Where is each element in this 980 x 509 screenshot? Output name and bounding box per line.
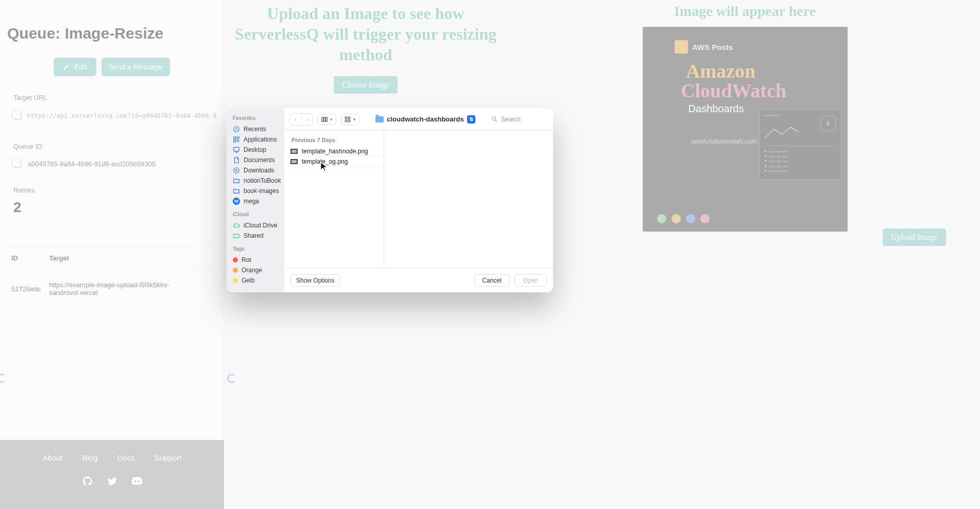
desktop-icon: [233, 146, 240, 153]
sidebar-item-recents[interactable]: Recents: [231, 124, 280, 134]
search-field[interactable]: Search: [491, 116, 548, 123]
grid-icon: [344, 116, 351, 123]
columns-icon: [321, 116, 328, 123]
search-icon: [491, 116, 498, 122]
tag-dot-icon: [233, 257, 238, 262]
download-icon: [233, 167, 240, 174]
svg-rect-9: [345, 117, 347, 119]
svg-rect-11: [345, 120, 347, 122]
image-file-icon: [290, 159, 298, 164]
tag-dot-icon: [233, 278, 238, 283]
mega-icon: M: [233, 198, 240, 205]
folder-icon: [375, 116, 384, 122]
svg-rect-3: [234, 140, 236, 142]
sidebar-item-shared[interactable]: Shared: [231, 231, 280, 241]
file-preview-column: [384, 131, 553, 268]
view-columns-button[interactable]: ▾: [317, 114, 336, 125]
document-icon: [233, 156, 240, 164]
folder-icon: [233, 177, 240, 184]
chevron-down-icon: ▾: [330, 117, 333, 122]
sidebar-item-book-images[interactable]: book-images: [231, 186, 280, 196]
file-row[interactable]: template_og.png: [284, 156, 384, 167]
sidebar-tag-orange[interactable]: Orange: [231, 265, 280, 275]
show-options-button[interactable]: Show Options: [290, 274, 340, 287]
sidebar-item-icloud-drive[interactable]: iCloud Drive: [231, 220, 280, 231]
svg-point-13: [492, 117, 496, 120]
open-button[interactable]: Open: [514, 274, 547, 287]
cancel-button[interactable]: Cancel: [474, 274, 509, 287]
cloud-icon: [233, 222, 240, 229]
sidebar-item-applications[interactable]: Applications: [231, 134, 280, 145]
nav-back-button[interactable]: ‹: [290, 114, 301, 125]
mouse-cursor-icon: [320, 162, 328, 173]
icloud-header: iCloud: [233, 212, 280, 217]
apps-icon: [233, 136, 240, 143]
file-name: template_hashnode.png: [302, 148, 368, 155]
sidebar-tag-rot[interactable]: Rot: [231, 255, 280, 265]
folder-icon: [233, 187, 240, 195]
svg-rect-8: [326, 117, 327, 121]
svg-rect-1: [234, 137, 236, 139]
image-file-icon: [290, 149, 298, 154]
favorites-header: Favorites: [233, 115, 280, 121]
tag-dot-icon: [233, 268, 238, 273]
svg-rect-4: [234, 147, 239, 151]
file-open-dialog: Favorites Recents Applications Desktop D…: [227, 108, 553, 292]
finder-bottom-bar: Show Options Cancel Open: [284, 268, 553, 292]
finder-toolbar: ‹ › ▾ ▾ cloudwatch-dashboards ⇅ Search: [284, 108, 553, 131]
svg-rect-12: [348, 120, 350, 122]
svg-rect-7: [324, 117, 325, 121]
file-list-column: Previous 7 Days template_hashnode.png te…: [284, 131, 384, 268]
svg-rect-2: [237, 137, 239, 139]
svg-rect-10: [348, 117, 350, 119]
sidebar-tag-gelb[interactable]: Gelb: [231, 275, 280, 286]
chevron-down-icon: ▾: [353, 117, 356, 122]
file-row[interactable]: template_hashnode.png: [284, 146, 384, 156]
shared-folder-icon: [233, 232, 240, 239]
location-selector[interactable]: cloudwatch-dashboards ⇅: [364, 115, 487, 124]
svg-rect-6: [322, 117, 323, 121]
view-grid-button[interactable]: ▾: [340, 114, 359, 125]
sidebar-item-desktop[interactable]: Desktop: [231, 145, 280, 155]
dropdown-indicator-icon: ⇅: [467, 115, 475, 124]
file-group-header: Previous 7 Days: [284, 135, 384, 146]
search-placeholder: Search: [501, 116, 521, 123]
clock-icon: [233, 126, 240, 133]
location-label: cloudwatch-dashboards: [387, 115, 464, 123]
finder-main: ‹ › ▾ ▾ cloudwatch-dashboards ⇅ Search: [284, 108, 553, 292]
sidebar-item-downloads[interactable]: Downloads: [231, 165, 280, 175]
sidebar-item-mega[interactable]: M mega: [231, 196, 280, 206]
finder-sidebar: Favorites Recents Applications Desktop D…: [227, 108, 284, 292]
nav-buttons: ‹ ›: [289, 113, 313, 126]
sidebar-item-documents[interactable]: Documents: [231, 155, 280, 165]
tags-header: Tags: [233, 246, 280, 252]
finder-columns: Previous 7 Days template_hashnode.png te…: [284, 131, 553, 268]
sidebar-item-notiontobook[interactable]: notionToBook: [231, 175, 280, 186]
nav-forward-button[interactable]: ›: [301, 114, 313, 125]
